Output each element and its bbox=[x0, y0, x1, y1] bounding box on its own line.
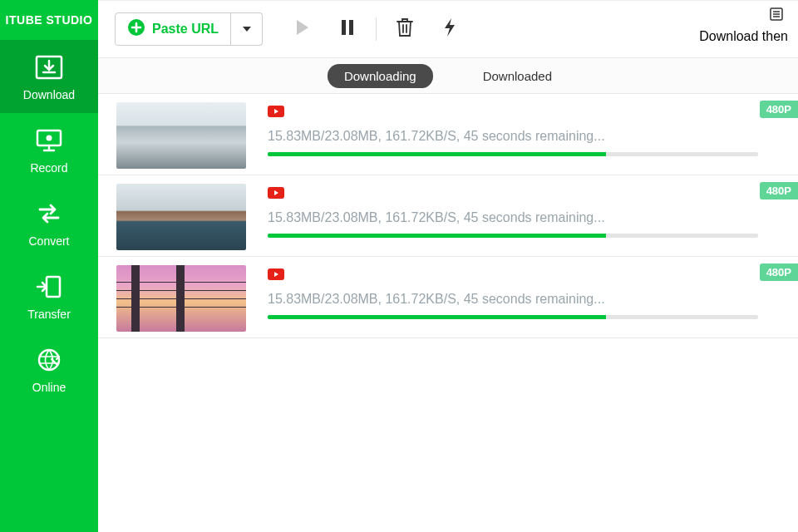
sidebar-item-convert[interactable]: Convert bbox=[0, 186, 98, 259]
sidebar-item-label: Convert bbox=[28, 234, 69, 248]
sidebar-item-download[interactable]: Download bbox=[0, 40, 98, 113]
app-logo: ITUBE STUDIO bbox=[0, 0, 98, 40]
sidebar: ITUBE STUDIO Download Record Convert Tra… bbox=[0, 0, 98, 532]
tabs: Downloading Downloaded bbox=[98, 57, 798, 94]
menu-icon[interactable] bbox=[770, 7, 783, 24]
thumbnail bbox=[116, 265, 246, 332]
sidebar-item-label: Record bbox=[30, 161, 67, 175]
svg-rect-7 bbox=[349, 20, 353, 35]
quality-badge: 480P bbox=[760, 264, 798, 281]
download-status: 15.83MB/23.08MB, 161.72KB/S, 45 seconds … bbox=[268, 292, 798, 307]
paste-url-dropdown[interactable] bbox=[231, 12, 263, 46]
quality-badge: 480P bbox=[760, 182, 798, 200]
paste-url-label: Paste URL bbox=[152, 22, 219, 37]
youtube-icon bbox=[268, 106, 284, 117]
play-icon bbox=[295, 19, 310, 39]
download-list: 15.83MB/23.08MB, 161.72KB/S, 45 seconds … bbox=[98, 94, 798, 532]
download-row: 15.83MB/23.08MB, 161.72KB/S, 45 seconds … bbox=[98, 94, 798, 175]
online-icon bbox=[34, 347, 64, 372]
download-status: 15.83MB/23.08MB, 161.72KB/S, 45 seconds … bbox=[268, 129, 798, 144]
svg-rect-3 bbox=[47, 277, 60, 297]
delete-button[interactable] bbox=[388, 12, 421, 46]
transfer-icon bbox=[34, 274, 64, 299]
toolbar: Paste URL Download then bbox=[98, 1, 798, 57]
svg-rect-6 bbox=[342, 20, 346, 35]
youtube-icon bbox=[268, 268, 284, 280]
trash-icon bbox=[396, 17, 414, 41]
lightning-icon bbox=[443, 17, 456, 41]
download-icon bbox=[34, 55, 64, 80]
sidebar-item-transfer[interactable]: Transfer bbox=[0, 259, 98, 332]
download-status: 15.83MB/23.08MB, 161.72KB/S, 45 seconds … bbox=[268, 210, 798, 225]
paste-url-button[interactable]: Paste URL bbox=[115, 12, 231, 46]
convert-icon bbox=[34, 201, 64, 226]
toolbar-divider bbox=[376, 17, 377, 41]
pause-icon bbox=[341, 19, 354, 39]
download-row: 15.83MB/23.08MB, 161.72KB/S, 45 seconds … bbox=[98, 257, 798, 338]
sidebar-item-label: Online bbox=[32, 381, 66, 394]
sidebar-item-online[interactable]: Online bbox=[0, 332, 98, 406]
chevron-down-icon bbox=[242, 23, 252, 36]
progress-bar bbox=[268, 234, 758, 238]
sidebar-item-label: Transfer bbox=[27, 308, 71, 321]
play-button[interactable] bbox=[286, 12, 319, 46]
svg-point-2 bbox=[47, 135, 52, 141]
record-icon bbox=[34, 128, 64, 153]
thumbnail bbox=[116, 102, 246, 169]
sidebar-item-record[interactable]: Record bbox=[0, 113, 98, 186]
thumbnail bbox=[116, 184, 246, 250]
progress-bar bbox=[268, 315, 758, 319]
tab-downloaded[interactable]: Downloaded bbox=[466, 64, 569, 88]
tab-downloading[interactable]: Downloading bbox=[328, 64, 433, 88]
progress-bar bbox=[268, 152, 758, 156]
download-row: 15.83MB/23.08MB, 161.72KB/S, 45 seconds … bbox=[98, 175, 798, 257]
sidebar-item-label: Download bbox=[23, 88, 75, 101]
svg-point-4 bbox=[39, 350, 59, 370]
plus-icon bbox=[127, 18, 145, 40]
download-then-label: Download then bbox=[699, 29, 788, 44]
quality-badge: 480P bbox=[760, 101, 798, 118]
pause-button[interactable] bbox=[331, 12, 364, 46]
youtube-icon bbox=[268, 187, 284, 199]
main-area: Paste URL Download then bbox=[98, 0, 798, 532]
turbo-button[interactable] bbox=[433, 12, 466, 46]
